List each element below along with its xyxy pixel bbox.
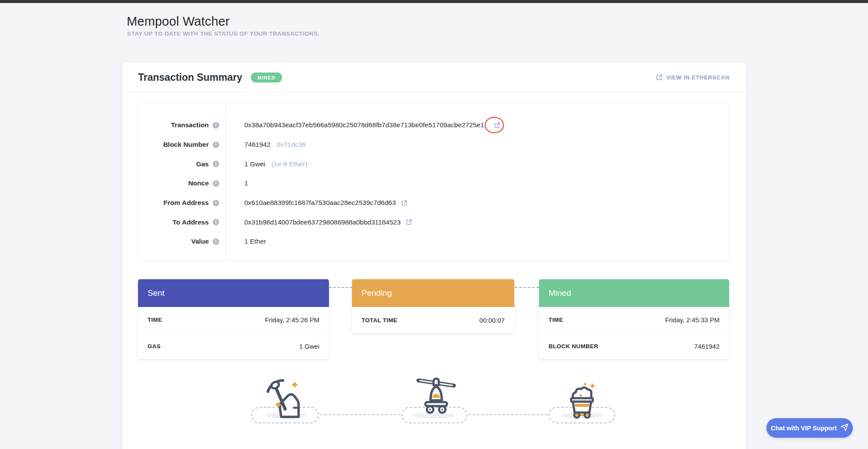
info-icon[interactable]: i [213, 161, 219, 167]
info-icon[interactable]: i [213, 238, 219, 245]
external-link-icon [656, 74, 663, 81]
journey-connector [468, 414, 548, 415]
mined-card-header: Mined [539, 279, 729, 307]
top-bar [0, 0, 868, 3]
row-label-value: Value i [138, 232, 226, 251]
value-column: 0x38a70b943eacf37eb566a5980c25078d68fb7d… [227, 103, 729, 261]
row-label-block-number: Block Number i [138, 135, 226, 155]
transaction-hash: 0x38a70b943eacf37eb566a5980c25078d68fb7d… [244, 121, 484, 129]
chat-button-label: Chat with VIP Support [771, 425, 837, 432]
external-link-icon[interactable] [401, 200, 408, 206]
handcar-icon [412, 371, 460, 420]
to-address-row: 0x31b98d14007bdee637298086988a0bbd311845… [227, 212, 729, 232]
value-row: 1 Ether [227, 232, 729, 251]
gas-ether-equivalent: (1e-9 Ether) [271, 160, 307, 168]
from-address-row: 0x610ae88399fc1687fa7530aac28ec2539c7d6d… [227, 193, 729, 213]
sent-status-card: Sent TIME Friday, 2:45:26 PM GAS 1 Gwei [138, 279, 329, 359]
page-title: Mempool Watcher [127, 14, 230, 29]
block-number-hex: 0x71dc36 [276, 141, 306, 149]
row-label-transaction: Transaction i [138, 116, 226, 135]
sent-gas-row: GAS 1 Gwei [138, 333, 329, 359]
row-label-nonce: Nonce i [138, 174, 226, 193]
sent-card-header: Sent [138, 279, 329, 307]
transaction-summary-card: Transaction Summary MINED VIEW IN ETHERS… [122, 63, 746, 449]
row-label-from-address: From Address i [138, 193, 226, 213]
mempool-watcher-page: Mempool Watcher STAY UP TO DATE WITH THE… [0, 0, 868, 449]
transaction-details-table: Transaction i Block Number i Gas i Nonce… [138, 102, 730, 261]
pending-card-header: Pending [352, 279, 514, 307]
info-icon[interactable]: i [213, 180, 219, 187]
row-label-to-address: To Address i [138, 212, 226, 232]
minecart-icon [560, 378, 604, 423]
chat-vip-support-button[interactable]: Chat with VIP Support [766, 418, 853, 438]
mined-status-card: Mined TIME Friday, 2:45:33 PM BLOCK NUMB… [539, 279, 729, 359]
pickaxe-rock-icon [263, 376, 307, 421]
sent-time-row: TIME Friday, 2:45:26 PM [138, 307, 329, 333]
mined-block-number-row: BLOCK NUMBER 7461942 [539, 333, 729, 359]
gas-row: 1 Gwei (1e-9 Ether) [227, 154, 729, 174]
paper-plane-icon [841, 423, 848, 432]
info-icon[interactable]: i [213, 142, 219, 148]
transaction-hash-row: 0x38a70b943eacf37eb566a5980c25078d68fb7d… [227, 116, 729, 135]
page-subtitle: STAY UP TO DATE WITH THE STATUS OF YOUR … [127, 30, 319, 37]
view-in-etherscan-link[interactable]: VIEW IN ETHERSCAN [656, 74, 730, 81]
mined-time-row: TIME Friday, 2:45:33 PM [539, 307, 729, 333]
sent-pending-connector [329, 287, 352, 288]
pending-status-card: Pending TOTAL TIME 00:00:07 [352, 279, 514, 333]
block-number-row: 7461942 0x71dc36 [227, 135, 729, 155]
info-icon[interactable]: i [213, 122, 219, 129]
info-icon[interactable]: i [213, 219, 219, 225]
label-column: Transaction i Block Number i Gas i Nonce… [138, 103, 227, 261]
info-icon[interactable]: i [213, 200, 219, 206]
journey-connector [320, 414, 401, 415]
status-badge: MINED [251, 73, 282, 83]
card-title: Transaction Summary [138, 72, 242, 83]
external-link-icon[interactable] [406, 219, 412, 225]
row-label-gas: Gas i [138, 154, 226, 174]
pending-mined-connector [515, 287, 539, 288]
card-header: Transaction Summary MINED VIEW IN ETHERS… [122, 63, 746, 92]
nonce-row: 1 [227, 174, 729, 193]
red-annotation-circle [489, 122, 500, 129]
pending-total-time-row: TOTAL TIME 00:00:07 [352, 307, 514, 333]
external-link-icon[interactable] [494, 122, 500, 129]
